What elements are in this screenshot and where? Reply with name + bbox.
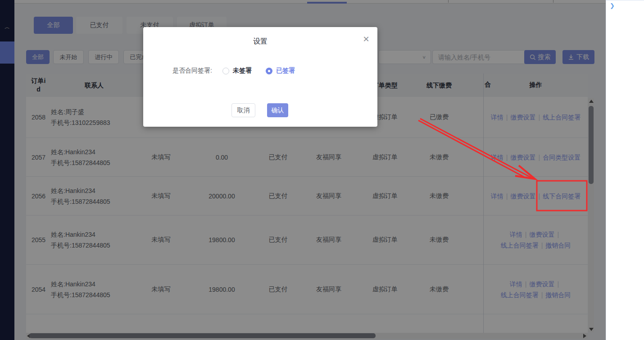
cancel-button[interactable]: 取消	[231, 103, 255, 117]
radio-signed[interactable]: 已签署	[266, 67, 295, 75]
radio-selected-icon	[266, 68, 272, 74]
sidebar-collapse-icon[interactable]: ︿	[3, 23, 12, 31]
close-icon[interactable]: ✕	[362, 35, 370, 43]
right-collapsed-panel: ❯	[606, 0, 644, 340]
radio-unsigned[interactable]: 未签署	[222, 67, 252, 75]
panel-expand-chevron-icon[interactable]: ❯	[610, 2, 615, 9]
settings-dialog: 设置 ✕ 是否合同签署: 未签署 已签署 取消 确认	[143, 27, 377, 127]
sidebar-item-active[interactable]	[0, 41, 14, 64]
contract-signed-label: 是否合同签署:	[172, 67, 212, 75]
dialog-title: 设置	[143, 37, 377, 46]
left-sidebar: ︿	[0, 0, 14, 340]
confirm-button[interactable]: 确认	[267, 103, 288, 117]
radio-signed-label: 已签署	[276, 67, 295, 75]
radio-unselected-icon	[222, 68, 229, 74]
radio-unsigned-label: 未签署	[233, 67, 252, 75]
